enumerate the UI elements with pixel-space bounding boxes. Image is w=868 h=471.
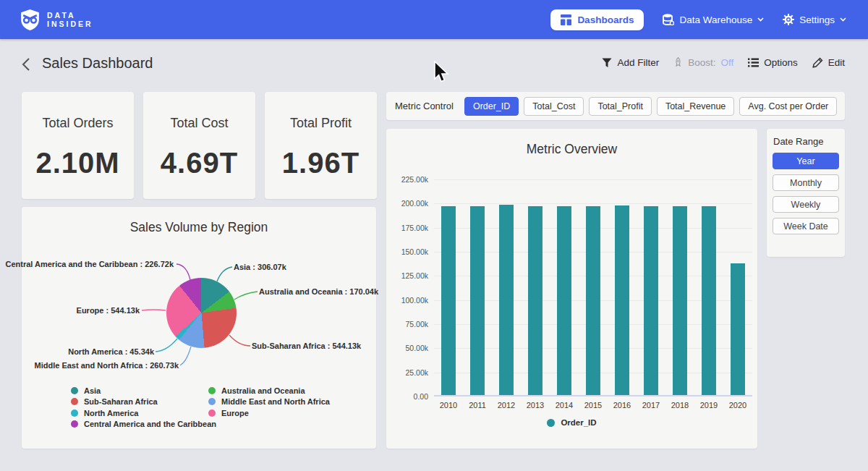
pie-label-australia: Australia and Oceania : 170.04k bbox=[259, 287, 378, 297]
metric-option-total-profit[interactable]: Total_Profit bbox=[589, 97, 652, 116]
metric-option-total-cost[interactable]: Total_Cost bbox=[524, 97, 584, 116]
dashboard-grid-icon bbox=[561, 14, 571, 25]
legend-dot bbox=[71, 387, 78, 394]
legend-dot bbox=[208, 398, 216, 405]
kpi-label: Total Profit bbox=[265, 116, 377, 131]
y-tick-label: 150.00k bbox=[392, 248, 428, 255]
date-range-panel: Date Range YearMonthlyWeeklyWeek Date bbox=[767, 129, 845, 257]
y-tick-label: 225.00k bbox=[392, 176, 428, 183]
page-title: Sales Dashboard bbox=[42, 55, 153, 72]
bar-chart-plot: 225.00k200.00k175.00k150.00k125.00k100.0… bbox=[434, 179, 752, 396]
y-tick-label: 125.00k bbox=[392, 272, 428, 279]
legend-label: Middle East and North Africa bbox=[221, 397, 330, 406]
bar-2015[interactable] bbox=[586, 206, 600, 395]
x-tick-label: 2017 bbox=[637, 401, 665, 410]
rocket-icon bbox=[673, 57, 683, 68]
nav-settings[interactable]: Settings bbox=[783, 14, 846, 25]
kpi-value: 4.69T bbox=[143, 147, 255, 179]
nav-dashboards-button[interactable]: Dashboards bbox=[550, 9, 644, 30]
kpi-label: Total Orders bbox=[22, 116, 134, 131]
bar-2017[interactable] bbox=[644, 206, 658, 395]
pie-label-sub-saharan: Sub-Saharan Africa : 544.13k bbox=[252, 341, 361, 351]
date-range-options: YearMonthlyWeeklyWeek Date bbox=[773, 153, 839, 234]
x-tick-label: 2016 bbox=[608, 401, 637, 410]
bar-2020[interactable] bbox=[731, 263, 745, 395]
legend-label: North America bbox=[84, 409, 138, 417]
legend-label: Australia and Oceania bbox=[221, 386, 305, 395]
y-tick-label: 25.00k bbox=[392, 369, 428, 376]
brand: DATA INSIDER bbox=[20, 9, 93, 31]
chevron-down-icon bbox=[757, 17, 764, 22]
x-tick-label: 2018 bbox=[665, 401, 694, 410]
edit-button[interactable]: Edit bbox=[812, 57, 845, 68]
bar-2011[interactable] bbox=[470, 206, 485, 395]
x-tick-label: 2020 bbox=[723, 401, 752, 410]
metric-control-label: Metric Control bbox=[395, 101, 454, 111]
bar-2013[interactable] bbox=[528, 206, 542, 395]
bar-2014[interactable] bbox=[557, 206, 571, 395]
kpi-label: Total Cost bbox=[143, 116, 255, 131]
kpi-card-total-cost: Total Cost 4.69T bbox=[143, 92, 255, 199]
legend-dot bbox=[71, 420, 78, 428]
date-range-label: Date Range bbox=[773, 136, 839, 147]
pie-label-middle-east: Middle East and North Africa : 260.73k bbox=[35, 361, 179, 370]
date-option-weekly[interactable]: Weekly bbox=[773, 196, 839, 213]
boost-toggle[interactable]: Boost: Off bbox=[673, 57, 733, 68]
legend-label: Europe bbox=[221, 409, 249, 417]
legend-item: Middle East and North Africa bbox=[208, 396, 330, 408]
metric-control-options: Order_IDTotal_CostTotal_ProfitTotal_Reve… bbox=[464, 97, 837, 116]
date-option-year[interactable]: Year bbox=[773, 153, 839, 169]
y-tick-label: 100.00k bbox=[392, 297, 428, 304]
pie-label-central-america: Central America and the Caribbean : 226.… bbox=[5, 260, 174, 269]
bar-2019[interactable] bbox=[702, 206, 716, 395]
metric-option-total-revenue[interactable]: Total_Revenue bbox=[657, 97, 734, 116]
gridline bbox=[434, 179, 752, 180]
kpi-card-total-profit: Total Profit 1.96T bbox=[265, 92, 377, 199]
x-tick-label: 2014 bbox=[550, 401, 579, 410]
metric-option-avg-cost-per-order[interactable]: Avg. Cost per Order bbox=[739, 97, 837, 116]
header-toolbar: Add Filter Boost: Off Options bbox=[602, 57, 845, 68]
x-tick-label: 2013 bbox=[521, 401, 550, 410]
legend-item: Australia and Oceania bbox=[208, 385, 330, 396]
legend-label: Asia bbox=[84, 386, 101, 395]
legend-label: Sub-Saharan Africa bbox=[84, 397, 158, 406]
list-icon bbox=[748, 58, 759, 67]
legend-item: Asia bbox=[71, 385, 208, 396]
pie-label-asia: Asia : 306.07k bbox=[234, 263, 286, 272]
pie-chart-legend: AsiaSub-Saharan AfricaNorth AmericaCentr… bbox=[71, 385, 330, 430]
y-tick-label: 200.00k bbox=[392, 200, 428, 207]
y-tick-label: 75.00k bbox=[392, 321, 428, 328]
legend-item: Central America and the Caribbean bbox=[71, 419, 208, 430]
date-option-monthly[interactable]: Monthly bbox=[773, 174, 839, 191]
chart-title: Sales Volume by Region bbox=[22, 220, 376, 235]
bar-2010[interactable] bbox=[441, 206, 456, 395]
pie-label-europe: Europe : 544.13k bbox=[77, 306, 140, 315]
legend-dot bbox=[71, 410, 78, 417]
chevron-left-icon back-button[interactable] bbox=[20, 58, 32, 71]
sales-volume-card: Sales Volume by Region Central America a… bbox=[22, 207, 376, 449]
gridline bbox=[434, 203, 752, 204]
add-filter-button[interactable]: Add Filter bbox=[602, 57, 659, 68]
metric-option-order-id[interactable]: Order_ID bbox=[464, 97, 519, 116]
kpi-card-total-orders: Total Orders 2.10M bbox=[22, 92, 134, 199]
y-tick-label: 50.00k bbox=[392, 344, 428, 352]
bar-2016[interactable] bbox=[615, 205, 629, 395]
y-tick-label: 0.00 bbox=[392, 393, 428, 400]
funnel-icon bbox=[602, 58, 612, 68]
pencil-icon bbox=[812, 57, 823, 68]
legend-item: Sub-Saharan Africa bbox=[71, 396, 208, 408]
legend-dot bbox=[547, 419, 555, 427]
legend-label: Order_ID bbox=[561, 418, 596, 427]
options-button[interactable]: Options bbox=[748, 57, 798, 68]
pie-chart[interactable] bbox=[166, 278, 237, 348]
bar-2018[interactable] bbox=[673, 206, 687, 395]
x-tick-label: 2012 bbox=[492, 401, 521, 410]
bar-2012[interactable] bbox=[499, 205, 514, 395]
metric-control-bar: Metric Control Order_IDTotal_CostTotal_P… bbox=[386, 92, 845, 120]
x-tick-label: 2015 bbox=[579, 401, 608, 410]
date-option-week-date[interactable]: Week Date bbox=[773, 218, 839, 234]
legend-dot bbox=[208, 410, 216, 417]
x-tick-label: 2010 bbox=[434, 401, 463, 410]
nav-data-warehouse[interactable]: Data Warehouse bbox=[663, 14, 764, 25]
gear-icon bbox=[783, 14, 794, 25]
